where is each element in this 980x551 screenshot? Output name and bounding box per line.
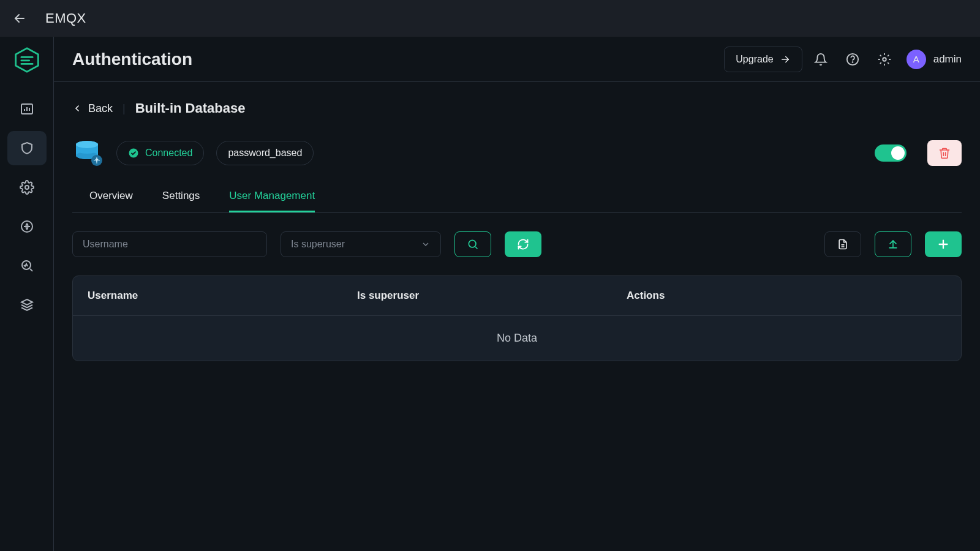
svg-point-14 <box>76 141 98 148</box>
search-icon <box>467 238 479 250</box>
superuser-filter-select[interactable]: Is superuser <box>281 231 441 257</box>
sidebar-item-integration[interactable] <box>7 209 47 244</box>
col-header-superuser: Is superuser <box>357 290 627 302</box>
search-button[interactable] <box>454 231 491 257</box>
sidebar-item-access-control[interactable] <box>7 131 47 165</box>
mechanism-label: password_based <box>228 148 302 159</box>
export-button[interactable] <box>824 231 861 257</box>
col-header-actions: Actions <box>627 290 946 302</box>
breadcrumb: Back | Built-in Database <box>72 100 962 116</box>
chevron-left-icon <box>72 103 82 113</box>
refresh-icon <box>517 238 529 250</box>
superuser-placeholder: Is superuser <box>291 239 345 250</box>
status-pill-connected: Connected <box>116 141 204 165</box>
mechanism-pill: password_based <box>216 141 314 165</box>
users-table: Username Is superuser Actions No Data <box>72 276 962 361</box>
svg-point-5 <box>25 186 29 189</box>
breadcrumb-title: Built-in Database <box>135 100 246 116</box>
file-text-icon <box>837 238 849 250</box>
check-circle-icon <box>128 148 139 159</box>
app-back-button[interactable] <box>12 11 27 26</box>
col-header-username: Username <box>88 290 357 302</box>
gear-icon <box>878 53 891 66</box>
data-flow-icon <box>20 219 34 234</box>
notifications-button[interactable] <box>807 46 834 73</box>
username-filter-input[interactable] <box>72 231 267 257</box>
settings-button[interactable] <box>871 46 898 73</box>
status-label: Connected <box>145 148 192 159</box>
gear-icon <box>20 180 34 195</box>
enable-toggle[interactable] <box>875 144 907 162</box>
table-header: Username Is superuser Actions <box>73 276 961 316</box>
sidebar-item-diagnose[interactable] <box>7 249 47 283</box>
back-label: Back <box>88 102 113 115</box>
avatar[interactable]: A <box>907 50 926 69</box>
plus-icon <box>937 238 950 251</box>
tabs: Overview Settings User Management <box>72 190 962 213</box>
resource-summary: Connected password_based <box>72 137 962 169</box>
shield-icon <box>20 141 34 156</box>
import-button[interactable] <box>875 231 911 257</box>
filter-toolbar: Is superuser <box>72 231 962 257</box>
page-header: Authentication Upgrade A admin <box>54 37 980 82</box>
back-link[interactable]: Back <box>72 102 113 115</box>
database-icon <box>72 137 104 169</box>
tab-settings[interactable]: Settings <box>162 190 200 212</box>
bell-icon <box>814 53 827 66</box>
chevron-down-icon <box>421 239 431 249</box>
add-user-button[interactable] <box>925 231 962 257</box>
help-button[interactable] <box>839 46 866 73</box>
arrow-left-icon <box>12 11 27 26</box>
upload-icon <box>887 238 899 250</box>
svg-point-9 <box>852 62 853 62</box>
svg-point-17 <box>469 240 476 247</box>
page-content: Back | Built-in Database <box>54 82 980 361</box>
trash-icon <box>938 147 951 159</box>
tab-overview[interactable]: Overview <box>89 190 133 212</box>
refresh-button[interactable] <box>505 231 541 257</box>
sidebar-item-dashboard[interactable] <box>7 92 47 126</box>
app-topbar: EMQX <box>0 0 980 37</box>
sidebar-item-cluster[interactable] <box>7 288 47 322</box>
avatar-initial: A <box>913 54 919 64</box>
activity-search-icon <box>20 258 34 273</box>
upgrade-label: Upgrade <box>736 54 773 65</box>
sidebar <box>0 37 54 551</box>
delete-button[interactable] <box>927 140 962 166</box>
arrow-right-icon <box>780 54 791 65</box>
current-user-name: admin <box>933 53 962 66</box>
hexagon-logo-icon <box>13 47 40 73</box>
table-empty-state: No Data <box>73 316 961 361</box>
upgrade-button[interactable]: Upgrade <box>724 47 802 72</box>
svg-point-10 <box>883 58 886 61</box>
help-circle-icon <box>846 53 859 66</box>
breadcrumb-separator: | <box>123 102 126 115</box>
product-logo[interactable] <box>12 45 42 75</box>
brand-name: EMQX <box>45 10 86 26</box>
page-title: Authentication <box>72 50 192 69</box>
bar-chart-icon <box>20 102 34 116</box>
layers-icon <box>20 298 34 312</box>
main-area: Authentication Upgrade A admin <box>54 37 980 551</box>
sidebar-item-management[interactable] <box>7 170 47 204</box>
tab-user-management[interactable]: User Management <box>229 190 315 212</box>
